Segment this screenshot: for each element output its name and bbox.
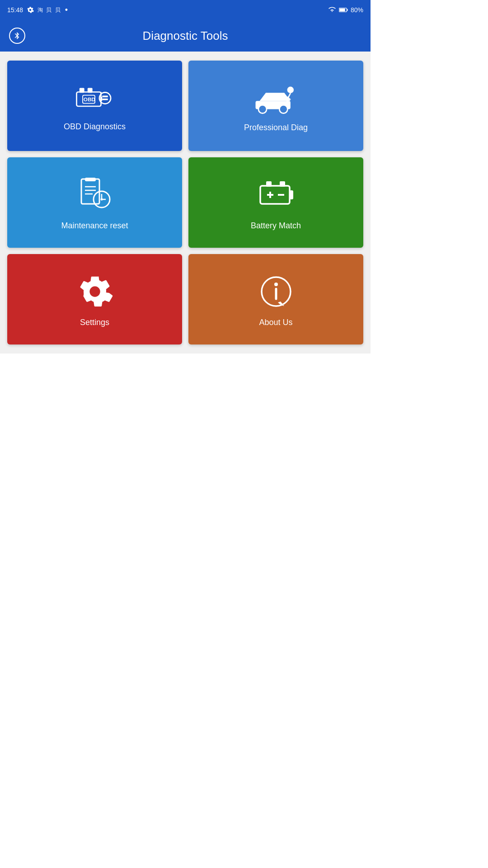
svg-point-14	[258, 105, 266, 113]
bluetooth-button[interactable]	[9, 28, 25, 44]
svg-rect-36	[266, 181, 272, 187]
svg-rect-22	[81, 179, 99, 204]
obd-diagnostics-tile[interactable]: OBD OBD Diagnostics	[7, 61, 182, 151]
status-dot: •	[65, 5, 68, 15]
settings-icon	[77, 274, 113, 310]
status-indicators: 淘 贝 贝	[38, 6, 61, 14]
status-left: 15:48 淘 贝 贝 •	[7, 5, 68, 15]
svg-point-15	[279, 105, 287, 113]
settings-tile[interactable]: Settings	[7, 254, 182, 344]
battery-icon	[258, 177, 294, 213]
main-content: OBD OBD Diagnostics	[0, 52, 371, 354]
battery-match-label: Battery Match	[251, 221, 301, 231]
bluetooth-icon	[13, 32, 21, 40]
obd-icon: OBD	[75, 82, 115, 114]
status-bar: 15:48 淘 贝 贝 • 80%	[0, 0, 371, 20]
professional-diag-label: Professional Diag	[244, 123, 308, 132]
svg-point-16	[287, 87, 294, 94]
svg-rect-2	[339, 9, 345, 11]
wifi-icon	[328, 6, 336, 14]
svg-point-39	[274, 283, 278, 286]
info-icon	[258, 274, 294, 310]
maintenance-reset-label: Maintenance reset	[61, 221, 128, 231]
obd-diagnostics-label: OBD Diagnostics	[64, 122, 126, 132]
maintenance-icon	[77, 177, 113, 213]
svg-rect-23	[85, 178, 96, 181]
svg-text:OBD: OBD	[83, 96, 95, 102]
app-title: Diagnostic Tools	[25, 29, 361, 43]
car-diagnostic-icon	[253, 81, 299, 115]
svg-rect-5	[87, 88, 92, 93]
svg-rect-31	[260, 186, 290, 204]
svg-rect-37	[280, 181, 285, 187]
status-time: 15:48	[7, 6, 23, 14]
battery-percent: 80%	[351, 6, 363, 14]
settings-label: Settings	[80, 318, 109, 327]
battery-match-tile[interactable]: Battery Match	[188, 157, 363, 248]
tiles-grid: OBD OBD Diagnostics	[7, 61, 363, 344]
about-us-label: About Us	[259, 318, 292, 327]
svg-point-30	[100, 198, 103, 200]
svg-rect-7	[102, 95, 108, 97]
maintenance-reset-tile[interactable]: Maintenance reset	[7, 157, 182, 248]
app-header: Diagnostic Tools	[0, 20, 371, 52]
gear-status-icon	[27, 6, 34, 14]
about-us-tile[interactable]: About Us	[188, 254, 363, 344]
svg-rect-8	[102, 98, 108, 100]
svg-rect-4	[79, 88, 84, 93]
svg-rect-1	[347, 9, 347, 11]
svg-rect-32	[290, 190, 293, 199]
status-right: 80%	[328, 6, 363, 14]
battery-status-icon	[339, 7, 348, 13]
professional-diag-tile[interactable]: Professional Diag	[188, 61, 363, 151]
svg-rect-9	[100, 97, 102, 101]
